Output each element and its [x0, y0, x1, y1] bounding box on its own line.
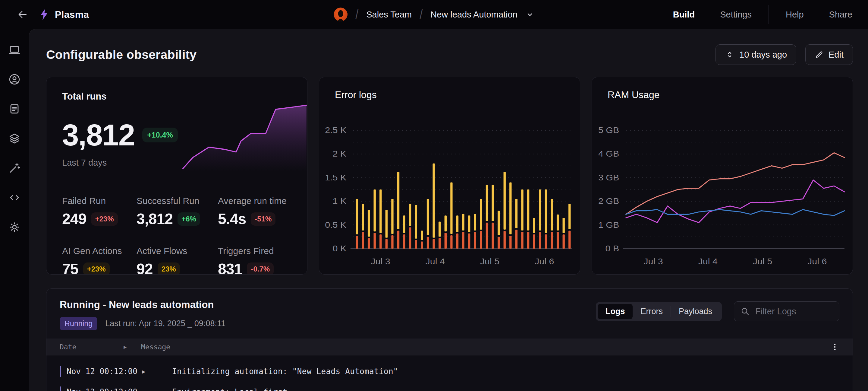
nav-help[interactable]: Help	[773, 10, 816, 20]
stat-delta-badge: +23%	[83, 262, 110, 275]
date-range-label: 10 days ago	[739, 50, 787, 60]
back-arrow-icon	[17, 9, 28, 20]
svg-text:Jul 3: Jul 3	[644, 257, 663, 266]
expand-row-icon[interactable]: ▶	[142, 368, 172, 375]
svg-text:2 K: 2 K	[333, 149, 347, 159]
sidebar-item-monitor[interactable]	[7, 43, 22, 57]
gear-icon	[8, 221, 21, 234]
stat-successful-run: Successful Run3,812+6%	[136, 196, 218, 228]
svg-text:1.5 K: 1.5 K	[325, 173, 346, 182]
brand-name: Plasma	[55, 9, 89, 20]
column-message: Message	[141, 343, 170, 351]
run-log-panel: Running - New leads automation Running L…	[46, 288, 853, 391]
breadcrumb-team[interactable]: Sales Team	[366, 10, 412, 20]
chevron-down-icon[interactable]	[525, 10, 534, 19]
tab-payloads[interactable]: Payloads	[671, 304, 720, 319]
log-row-marker	[60, 387, 61, 391]
total-runs-card: Total runs 3,812 +10.4% Last 7 days Fail…	[46, 77, 307, 275]
log-date: Nov 12 00:12:00	[67, 387, 142, 391]
ram-usage-title: RAM Usage	[608, 89, 660, 100]
sidebar	[0, 29, 29, 391]
svg-text:5 GB: 5 GB	[598, 126, 619, 135]
document-icon	[8, 102, 21, 116]
sidebar-item-code[interactable]	[7, 191, 22, 204]
stat-value: 831	[218, 260, 242, 275]
svg-text:0.5 K: 0.5 K	[325, 220, 346, 229]
edit-label: Edit	[829, 50, 844, 60]
svg-text:0 B: 0 B	[606, 244, 619, 253]
filter-logs-input[interactable]	[755, 307, 828, 316]
stat-average-run-time: Average run time5.4s-51%	[218, 196, 293, 228]
topbar: Plasma / Sales Team / New leads Automati…	[0, 0, 868, 29]
svg-text:2 GB: 2 GB	[598, 197, 619, 206]
error-logs-title: Error logs	[335, 89, 377, 100]
svg-text:4 GB: 4 GB	[598, 149, 619, 159]
nav-settings[interactable]: Settings	[707, 10, 764, 20]
plasma-logo-icon	[38, 8, 51, 21]
svg-text:1 GB: 1 GB	[598, 220, 619, 229]
stats-grid: Failed Run249+23%Successful Run3,812+6%A…	[62, 196, 291, 275]
breadcrumb-separator: /	[420, 7, 423, 23]
tab-errors[interactable]: Errors	[632, 304, 671, 319]
breadcrumb-separator: /	[355, 7, 358, 23]
sidebar-item-settings[interactable]	[7, 220, 22, 234]
stat-value: 3,812	[136, 210, 173, 228]
stat-value: 92	[136, 260, 153, 275]
kebab-icon	[830, 342, 839, 352]
sidebar-item-layers[interactable]	[7, 132, 22, 145]
nav-share[interactable]: Share	[816, 10, 852, 20]
expand-row-icon[interactable]: ▶	[142, 389, 172, 391]
log-row[interactable]: Nov 12 00:12:00▶Environment: Local-first	[60, 386, 839, 391]
date-range-button[interactable]: 10 days ago	[715, 44, 796, 65]
sidebar-item-docs[interactable]	[7, 102, 22, 116]
log-row[interactable]: Nov 12 00:12:00▶Initializing automation:…	[60, 366, 839, 377]
stat-label: Average run time	[218, 196, 293, 206]
log-view-tabs: LogsErrorsPayloads	[596, 302, 722, 321]
pencil-icon	[815, 50, 824, 59]
log-message: Environment: Local-first	[172, 387, 287, 391]
sidebar-item-ai-tools[interactable]	[7, 161, 22, 175]
user-circle-icon	[8, 73, 21, 86]
svg-text:Jul 6: Jul 6	[807, 257, 827, 266]
run-panel-title: Running - New leads automation	[60, 299, 225, 310]
nav-divider	[769, 5, 769, 24]
stat-label: Triggers Fired	[218, 246, 293, 256]
avatar[interactable]	[334, 7, 347, 21]
stat-ai-gen-actions: AI Gen Actions75+23%	[62, 246, 136, 275]
unfold-icon	[725, 50, 735, 59]
stat-delta-badge: +23%	[91, 213, 118, 226]
total-runs-sparkline	[181, 96, 307, 175]
topbar-nav: Build Settings Help Share	[660, 5, 852, 24]
table-menu-button[interactable]	[830, 342, 839, 352]
nav-build[interactable]: Build	[660, 10, 708, 20]
error-logs-chart: 0 K0.5 K1 K1.5 K2 K2.5 KJul 3Jul 4Jul 5J…	[319, 113, 580, 274]
stat-label: AI Gen Actions	[62, 246, 136, 256]
monitor-icon	[8, 43, 21, 56]
svg-text:3 GB: 3 GB	[598, 173, 619, 182]
last-run-timestamp: Last run: Apr 19, 2025 _ 09:08:11	[105, 319, 225, 328]
stat-label: Successful Run	[136, 196, 218, 206]
breadcrumb: / Sales Team / New leads Automation	[334, 7, 534, 21]
tab-logs[interactable]: Logs	[598, 304, 633, 319]
ram-usage-chart: 0 B1 GB2 GB3 GB4 GB5 GBJul 3Jul 4Jul 5Ju…	[592, 113, 852, 274]
svg-text:Jul 5: Jul 5	[480, 257, 499, 266]
breadcrumb-automation[interactable]: New leads Automation	[430, 10, 518, 20]
log-date: Nov 12 00:12:00	[67, 367, 142, 376]
stat-value: 5.4s	[218, 210, 246, 228]
stat-label: Active Flows	[136, 246, 218, 256]
stat-active-flows: Active Flows9223%	[136, 246, 218, 275]
svg-text:0 K: 0 K	[333, 244, 347, 253]
filter-logs-field[interactable]	[734, 301, 839, 321]
code-icon	[8, 191, 21, 204]
edit-button[interactable]: Edit	[805, 44, 853, 65]
sidebar-item-users[interactable]	[7, 73, 22, 86]
svg-text:Jul 3: Jul 3	[371, 257, 390, 266]
svg-text:Jul 6: Jul 6	[535, 257, 554, 266]
stat-triggers-fired: Triggers Fired831-0.7%	[218, 246, 293, 275]
log-table-header: Date ▶ Message	[46, 338, 852, 355]
log-row-marker	[60, 366, 61, 377]
column-date: Date	[60, 343, 124, 351]
svg-text:Jul 5: Jul 5	[753, 257, 772, 266]
svg-text:Jul 4: Jul 4	[426, 257, 445, 266]
back-button[interactable]	[16, 8, 29, 21]
